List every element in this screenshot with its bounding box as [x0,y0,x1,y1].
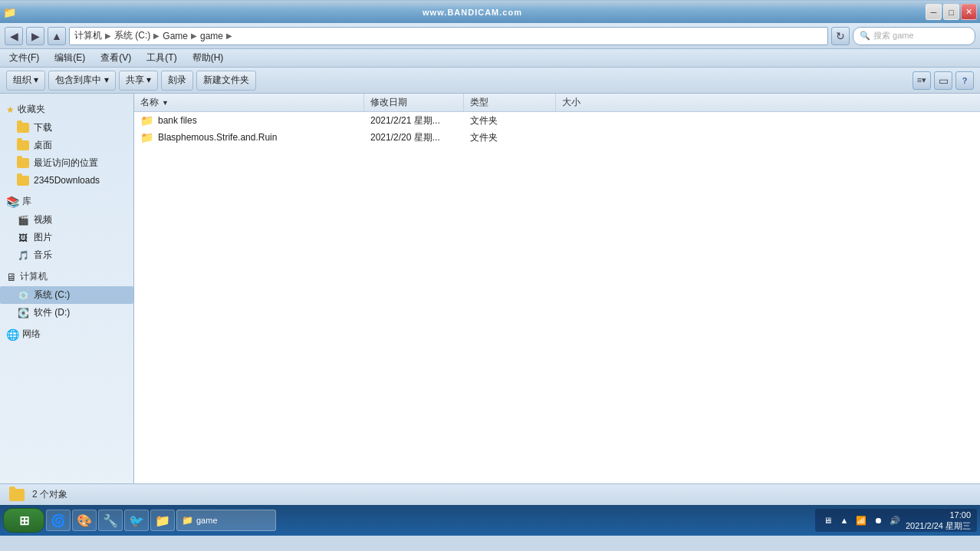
tray-icon-record[interactable]: ⏺ [872,514,884,526]
preview-pane-button[interactable]: ▭ [934,71,952,90]
maximize-button[interactable]: □ [943,4,959,20]
d-drive-icon: 💽 [17,307,29,319]
sidebar-item-downloads[interactable]: 下载 [0,119,133,137]
tray-icon-monitor[interactable]: 🖥 [821,514,834,526]
c-drive-icon: 💿 [17,289,29,302]
tray-icon-volume[interactable]: 🔊 [889,514,901,526]
taskbar-app-browser[interactable]: 🌀 [46,510,71,531]
computer-icon: 🖥 [6,271,17,283]
tray-clock[interactable]: 17:00 2021/2/24 星期三 [906,510,971,532]
taskbar-app-tools[interactable]: 🔧 [98,510,123,531]
paint-icon: 🎨 [77,513,92,528]
sidebar-favorites-label: 收藏夹 [18,103,45,116]
menu-help[interactable]: 帮助(H) [189,50,227,66]
sidebar-item-d-drive[interactable]: 💽 软件 (D:) [0,304,133,322]
file-date-blasphemous: 2021/2/20 星期... [364,131,464,144]
sidebar-library-header[interactable]: 📚 库 [0,192,133,211]
file-name-bankfiles: 📁 bank files [134,114,364,127]
menu-tools[interactable]: 工具(T) [143,50,179,66]
sidebar-computer-label: 计算机 [20,270,48,283]
menu-view[interactable]: 查看(V) [97,50,134,66]
sidebar-downloads-label: 下载 [34,121,52,134]
breadcrumb-sep2: ▶ [153,31,159,40]
folder-icon-blasphemous: 📁 [140,131,153,144]
sidebar-2345-label: 2345Downloads [34,175,100,186]
sidebar-computer-header[interactable]: 🖥 计算机 [0,267,133,286]
sidebar-videos-label: 视频 [34,213,52,226]
col-header-type[interactable]: 类型 [464,94,556,111]
col-header-name[interactable]: 名称 ▼ [134,94,364,111]
sidebar-item-c-drive[interactable]: 💿 系统 (C:) [0,286,133,304]
file-type-blasphemous: 文件夹 [464,131,556,144]
toolbar-include[interactable]: 包含到库中 ▾ [48,71,115,91]
address-breadcrumb[interactable]: 计算机 ▶ 系统 (C:) ▶ Game ▶ game ▶ [69,27,828,45]
download-icon [17,122,29,134]
network-icon: 🌐 [6,328,19,341]
help-button[interactable]: ? [955,71,974,90]
sidebar-item-recent[interactable]: 最近访问的位置 [0,154,133,172]
sidebar-library-label: 库 [22,195,31,208]
taskbar-app-folder[interactable]: 📁 [150,510,175,531]
tools-icon: 🔧 [103,513,118,528]
sidebar-item-pictures[interactable]: 🖼 图片 [0,229,133,246]
toolbar-burn[interactable]: 刻录 [161,71,193,91]
menu-file[interactable]: 文件(F) [6,50,42,66]
explorer-icon: 📁 [3,6,16,18]
column-header: 名称 ▼ 修改日期 类型 大小 [134,94,980,112]
sidebar-network-header[interactable]: 🌐 网络 [0,325,133,344]
search-icon: 🔍 [860,31,870,41]
tray-icon-network[interactable]: 📶 [855,514,867,526]
minimize-button[interactable]: ─ [926,4,942,20]
sidebar-pictures-label: 图片 [34,231,52,244]
col-name-label: 名称 [140,96,159,109]
pictures-icon: 🖼 [17,232,29,244]
address-bar: ◀ ▶ ▲ 计算机 ▶ 系统 (C:) ▶ Game ▶ game ▶ ↻ 🔍 … [0,23,980,49]
close-button[interactable]: ✕ [961,4,977,20]
taskbar-app-bird[interactable]: 🐦 [124,510,149,531]
sidebar-desktop-label: 桌面 [34,139,52,152]
toolbar-new-folder[interactable]: 新建文件夹 [196,71,256,91]
main-area: ★ 收藏夹 下载 桌面 最近访问的位置 [0,94,980,483]
search-box[interactable]: 🔍 搜索 game [853,27,975,45]
sidebar-item-videos[interactable]: 🎬 视频 [0,211,133,229]
up-button[interactable]: ▲ [48,27,66,45]
sidebar-item-2345downloads[interactable]: 2345Downloads [0,172,133,189]
sidebar-item-music[interactable]: 🎵 音乐 [0,246,133,264]
breadcrumb-computer[interactable]: 计算机 [74,29,102,42]
refresh-button[interactable]: ↻ [831,27,850,45]
col-date-label: 修改日期 [370,96,407,109]
breadcrumb-sep3: ▶ [191,31,197,40]
start-button[interactable]: ⊞ [3,508,44,533]
sidebar-favorites-header[interactable]: ★ 收藏夹 [0,100,133,119]
menu-edit[interactable]: 编辑(E) [51,50,88,66]
sort-arrow: ▼ [162,99,169,107]
sidebar-c-drive-label: 系统 (C:) [34,289,70,302]
sidebar-favorites-group: ★ 收藏夹 下载 桌面 最近访问的位置 [0,100,133,189]
taskbar-open-window[interactable]: 📁 game [176,510,276,531]
view-toggle-button[interactable]: ≡▾ [913,71,931,90]
recent-icon [17,157,29,170]
toolbar-organize[interactable]: 组织 ▾ [6,71,45,91]
breadcrumb-drive[interactable]: 系统 (C:) [114,29,150,42]
taskbar-app-paint[interactable]: 🎨 [72,510,97,531]
col-header-date[interactable]: 修改日期 [364,94,464,111]
star-icon: ★ [6,104,15,115]
file-row-blasphemous[interactable]: 📁 Blasphemous.Strife.and.Ruin 2021/2/20 … [134,129,980,146]
sidebar-music-label: 音乐 [34,249,52,262]
forward-button[interactable]: ▶ [26,27,44,45]
sidebar-item-desktop[interactable]: 桌面 [0,137,133,154]
title-text: www.BANDICAM.com [19,8,926,17]
file-row-bankfiles[interactable]: 📁 bank files 2021/2/21 星期... 文件夹 [134,112,980,129]
file-name-label-blasphemous: Blasphemous.Strife.and.Ruin [158,132,277,143]
breadcrumb-folder2[interactable]: game [200,31,223,41]
back-button[interactable]: ◀ [5,27,23,45]
toolbar-share[interactable]: 共享 ▾ [119,71,158,91]
library-icon: 📚 [6,196,19,208]
music-icon: 🎵 [17,249,29,262]
sidebar: ★ 收藏夹 下载 桌面 最近访问的位置 [0,94,134,483]
window-controls: ─ □ ✕ [926,4,977,20]
col-type-label: 类型 [470,96,488,109]
breadcrumb-folder1[interactable]: Game [163,31,188,41]
tray-icon-arrow[interactable]: ▲ [838,514,850,526]
col-header-size[interactable]: 大小 [556,94,633,111]
